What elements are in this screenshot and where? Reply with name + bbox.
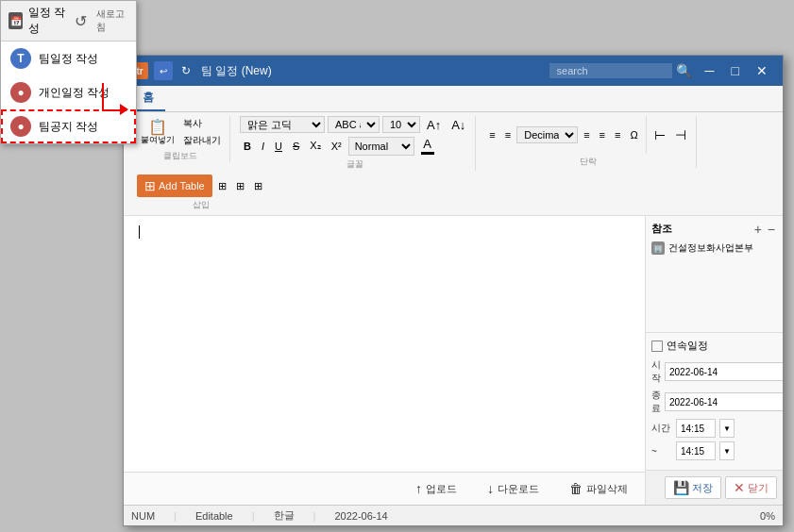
schedule-time-end-row: ~ ▼ — [651, 441, 777, 460]
align-right-button[interactable]: ≡ — [611, 127, 624, 142]
search-icon: 🔍 — [676, 63, 692, 78]
paste-button[interactable]: 📋 붙여넣기 — [137, 118, 178, 146]
delete-file-button[interactable]: 🗑 파일삭제 — [564, 478, 634, 499]
decimal-select[interactable]: Decimal — [516, 126, 578, 143]
time-start-input[interactable] — [676, 419, 716, 438]
format-select[interactable]: Normal — [348, 137, 414, 156]
reference-item-icon: 🏢 — [651, 241, 665, 255]
dropdown-item-team[interactable]: T 팀일정 작성 — [1, 42, 136, 75]
refresh-icon[interactable]: ↺ — [75, 12, 87, 30]
schedule-start-row: 시작 ▼ — [651, 358, 777, 385]
italic-button[interactable]: I — [258, 138, 268, 155]
status-language: 한글 — [274, 508, 295, 523]
font-grow-button[interactable]: A↑ — [423, 116, 445, 133]
cut-button[interactable]: 잘라내기 — [180, 133, 224, 148]
content-wrapper: ↑ 업로드 ↓ 다운로드 🗑 파일삭제 참조 + — [124, 216, 783, 505]
status-bar: NUM | Editable | 한글 | 2022-06-14 0% — [124, 505, 783, 525]
reference-label: 참조 — [651, 222, 672, 236]
search-input[interactable] — [549, 63, 672, 78]
insert-buttons: ⊞ Add Table ⊞ ⊞ ⊞ — [137, 175, 266, 197]
bold-button[interactable]: B — [240, 138, 255, 155]
reference-header: 참조 + − — [651, 222, 777, 236]
time-start-dropdown[interactable]: ▼ — [719, 419, 735, 438]
add-reference-button[interactable]: + — [752, 223, 764, 236]
underline-button[interactable]: U — [271, 138, 286, 155]
close-window-button[interactable]: ✕ — [749, 62, 775, 79]
remove-reference-button[interactable]: − — [766, 223, 777, 236]
strikethrough-button[interactable]: S — [289, 138, 303, 155]
subscript-button[interactable]: X₂ — [306, 138, 324, 155]
list-unordered-button[interactable]: ≡ — [485, 127, 498, 142]
insert-btn-3[interactable]: ⊞ — [250, 178, 266, 194]
time-end-input[interactable] — [676, 441, 716, 460]
reference-item: 🏢 건설정보화사업본부 — [651, 240, 777, 257]
team-item-label: 팀일정 작성 — [39, 51, 98, 67]
save-icon: 💾 — [673, 480, 689, 495]
editor-content[interactable] — [124, 216, 645, 472]
ribbon-group-font: 맑은 고딕 ABC abc 10 A↑ A↓ B I — [234, 116, 476, 171]
schedule-end-row: 종료 ▼ — [651, 389, 777, 415]
refresh-label[interactable]: 새로고침 — [96, 8, 128, 34]
minimize-button[interactable]: ─ — [698, 62, 722, 79]
font-shrink-button[interactable]: A↓ — [448, 116, 469, 133]
time-end-dropdown[interactable]: ▼ — [719, 441, 735, 460]
align-center-button[interactable]: ≡ — [596, 127, 609, 142]
insert-btn-1[interactable]: ⊞ — [214, 178, 230, 194]
end-date-input[interactable] — [665, 392, 783, 411]
save-button[interactable]: 💾 저장 — [665, 476, 721, 499]
para-extra1-button[interactable]: ⊢ — [650, 125, 669, 144]
omega-button[interactable]: Ω — [626, 127, 641, 142]
ribbon-separator — [646, 116, 647, 154]
font-color-button[interactable]: A — [417, 135, 438, 157]
ribbon-group-insert: ⊞ Add Table ⊞ ⊞ ⊞ 삽입 — [131, 175, 272, 211]
font-size-select[interactable]: 10 — [382, 116, 420, 133]
paste-icon: 📋 — [148, 120, 167, 135]
title-bar: tr ↩ ↻ 팀 일정 (New) 🔍 ─ □ ✕ — [124, 56, 783, 86]
window-controls: ─ □ ✕ — [698, 62, 775, 79]
list-ordered-button[interactable]: ≡ — [501, 127, 515, 142]
personal-item-label: 개인일정 작성 — [39, 85, 110, 101]
main-window: tr ↩ ↻ 팀 일정 (New) 🔍 ─ □ ✕ 홈 📋 붙여넣기 — [123, 55, 784, 526]
status-date: 2022-06-14 — [334, 510, 387, 522]
schedule-section: 연속일정 시작 ▼ 종료 ▼ 시간 ▼ ~ — [646, 333, 783, 470]
start-date-input[interactable] — [665, 362, 783, 381]
font-row-1: 맑은 고딕 ABC abc 10 A↑ A↓ — [240, 116, 469, 133]
align-left-button[interactable]: ≡ — [580, 127, 593, 142]
superscript-button[interactable]: X² — [328, 138, 346, 155]
copy-button[interactable]: 복사 — [180, 116, 224, 131]
ribbon-group-clipboard: 📋 붙여넣기 복사 잘라내기 클립보드 — [131, 116, 230, 162]
insert-btn-2[interactable]: ⊞ — [232, 178, 248, 194]
download-button[interactable]: ↓ 다운로드 — [481, 478, 545, 499]
dropdown-item-notice[interactable]: ● 팀공지 작성 — [1, 109, 136, 143]
toolbar-icon: ↩ — [154, 61, 173, 80]
toolbar: 홈 📋 붙여넣기 복사 잘라내기 — [124, 86, 783, 216]
continuous-checkbox[interactable] — [651, 341, 663, 352]
panel-action-buttons: + − — [752, 223, 777, 236]
tab-bar: 홈 — [124, 86, 783, 112]
close-icon: ✕ — [734, 480, 745, 495]
end-label: 종료 — [651, 389, 661, 415]
font-controls: 맑은 고딕 ABC abc 10 A↑ A↓ B I — [240, 116, 469, 157]
upload-button[interactable]: ↑ 업로드 — [410, 478, 463, 499]
cut-label: 잘라내기 — [183, 134, 221, 147]
ribbon-group-paragraph: ≡ ≡ Decimal ≡ ≡ ≡ Ω ⊢ ⊣ 단락 — [480, 116, 696, 168]
font-color-icon: A — [423, 137, 431, 151]
maximize-button[interactable]: □ — [724, 62, 747, 79]
download-icon: ↓ — [487, 481, 494, 496]
clipboard-buttons: 📋 붙여넣기 복사 잘라내기 — [137, 116, 224, 148]
dropdown-menu: 📅 일정 작성 ↺ 새로고침 T 팀일정 작성 ● 개인일정 작성 ● 팀공지 … — [0, 0, 137, 144]
editor-area: ↑ 업로드 ↓ 다운로드 🗑 파일삭제 — [124, 216, 646, 505]
font-style-select[interactable]: ABC abc — [328, 116, 380, 133]
ribbon: 📋 붙여넣기 복사 잘라내기 클립보드 — [124, 112, 783, 215]
dropdown-item-personal[interactable]: ● 개인일정 작성 — [1, 75, 136, 109]
font-name-select[interactable]: 맑은 고딕 — [240, 116, 325, 133]
panel-footer: 💾 저장 ✕ 닫기 — [646, 470, 783, 505]
para-extra2-button[interactable]: ⊣ — [671, 125, 690, 144]
schedule-time-row: 시간 ▼ — [651, 419, 777, 438]
team-icon: T — [10, 48, 31, 69]
copy-label: 복사 — [183, 117, 202, 130]
continuous-label: 연속일정 — [667, 339, 708, 353]
panel-close-button[interactable]: ✕ 닫기 — [725, 476, 777, 499]
copy-cut-group: 복사 잘라내기 — [180, 116, 224, 148]
add-table-button[interactable]: ⊞ Add Table — [137, 175, 212, 197]
